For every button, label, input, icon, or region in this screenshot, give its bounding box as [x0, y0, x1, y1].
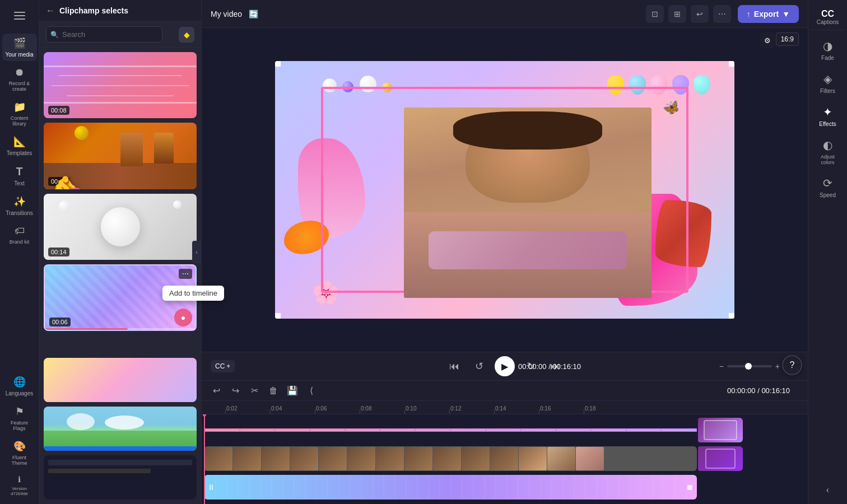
sidebar-item-brand-kit[interactable]: 🏷 Brand kit — [2, 222, 37, 248]
ruler-mark-8: 0:16 — [540, 405, 551, 412]
premium-button[interactable]: ◆ — [179, 27, 194, 43]
track-overlay[interactable] — [204, 428, 697, 432]
hamburger-menu[interactable] — [2, 4, 37, 27]
corner-handle-tl[interactable] — [275, 61, 281, 67]
zoom-slider[interactable] — [727, 365, 772, 367]
sidebar-item-languages[interactable]: 🌐 Languages — [2, 372, 37, 400]
ruler-tick-2 — [270, 409, 271, 414]
rewind-button[interactable]: ↺ — [470, 357, 488, 375]
thumb-add-to-timeline-btn[interactable]: ● — [174, 309, 192, 326]
thumb-more-menu[interactable]: ⋯ — [179, 269, 192, 279]
captions-label: Captions — [817, 19, 839, 25]
timeline-area: ↩ ↪ ✂ 🗑 💾 ⟨ 00:00:00 / 00:16:10 0:02 0:0… — [202, 381, 808, 504]
track-video[interactable] — [204, 446, 697, 471]
media-thumb-5[interactable] — [44, 358, 197, 402]
overlay-segment-2 — [240, 430, 274, 431]
track-audio[interactable]: ⏸ ⏹ — [204, 475, 697, 500]
add-to-timeline-tooltip: Add to timeline — [162, 286, 224, 301]
play-pause-button[interactable]: ▶ — [495, 356, 515, 376]
media-thumb-1[interactable]: 00:08 — [44, 52, 197, 118]
content-library-icon: 📁 — [13, 101, 26, 113]
main-area: My video 🔄 ⊡ ⊞ ↩ ⋯ ↑ Export ▼ — [202, 0, 808, 504]
premium-icon: ◆ — [184, 30, 190, 39]
sidebar-item-record-create[interactable]: ⏺ Record &create — [2, 63, 37, 95]
timeline-back-button[interactable]: ⟨ — [304, 383, 319, 399]
search-input[interactable] — [46, 26, 162, 43]
layout-button[interactable]: ⊞ — [668, 5, 686, 23]
timeline-redo-button[interactable]: ↪ — [227, 383, 243, 399]
corner-handle-tr[interactable] — [729, 61, 734, 67]
right-panel-effects[interactable]: ✦ Effects — [811, 101, 845, 132]
media-thumb-6[interactable] — [44, 407, 197, 451]
export-chevron: ▼ — [782, 10, 790, 18]
sync-icon: 🔄 — [249, 10, 258, 18]
effects-icon: ✦ — [823, 105, 832, 119]
right-panel-adjust-colors[interactable]: ◐ Adjustcolors — [811, 134, 845, 170]
ruler-tick-5 — [404, 409, 405, 414]
track-row-video — [202, 445, 808, 472]
current-time: 00:00:00 — [518, 362, 547, 371]
sidebar-item-content-library[interactable]: 📁 Contentlibrary — [2, 97, 37, 130]
hamburger-line-3 — [14, 18, 25, 20]
aspect-ratio-badge[interactable]: 16:9 — [776, 32, 799, 46]
video-frame-6 — [347, 447, 375, 470]
media-thumb-2[interactable]: 00:14 🫵 1 — [44, 123, 197, 189]
ruler-tick-7 — [494, 409, 495, 414]
export-button[interactable]: ↑ Export ▼ — [738, 5, 799, 23]
speed-label: Speed — [820, 192, 836, 198]
sidebar-item-templates[interactable]: 📐 Templates — [2, 132, 37, 160]
hamburger-line-2 — [14, 15, 25, 16]
media-thumb-3[interactable]: 00:14 — [44, 194, 197, 260]
search-wrap: 🔍 — [46, 26, 174, 43]
overlay-segment-10 — [521, 430, 555, 431]
help-icon: ? — [790, 360, 795, 370]
cc-plus: + — [226, 362, 230, 370]
track-overlay-content[interactable] — [204, 418, 743, 442]
adjust-colors-label: Adjustcolors — [821, 154, 835, 165]
adjust-colors-icon: ◐ — [823, 138, 832, 152]
back-button[interactable]: ← — [46, 6, 55, 16]
skip-to-start-button[interactable]: ⏮ — [445, 357, 463, 375]
track-video-end[interactable] — [698, 446, 743, 471]
track-video-content[interactable] — [204, 446, 743, 471]
timeline-toolbar: ↩ ↪ ✂ 🗑 💾 ⟨ 00:00:00 / 00:16:10 — [202, 381, 808, 401]
video-frame-3 — [262, 447, 290, 470]
captions-button[interactable]: CC + — [211, 360, 235, 372]
track-end-clip[interactable] — [698, 418, 743, 442]
right-panel-filters[interactable]: ◈ Filters — [811, 68, 845, 99]
corner-handle-bl[interactable] — [275, 313, 281, 319]
time-display: 00:00:00 / 00:16:10 — [518, 362, 581, 371]
crop-button[interactable]: ⊡ — [646, 5, 664, 23]
effects-label: Effects — [819, 121, 836, 127]
zoom-thumb — [745, 363, 752, 370]
track-audio-content[interactable]: ⏸ ⏹ — [204, 475, 697, 500]
more-button[interactable]: ⋯ — [713, 5, 731, 23]
timeline-save-button[interactable]: 💾 — [285, 383, 300, 399]
person-frame — [404, 108, 652, 298]
media-thumb-7[interactable] — [44, 455, 197, 500]
search-bar: 🔍 ◆ — [39, 22, 201, 48]
timeline-undo-button[interactable]: ↩ — [208, 383, 224, 399]
sidebar-item-your-media[interactable]: 🎬 Your media — [2, 34, 37, 61]
video-frame-4 — [290, 447, 318, 470]
media-panel: ← Clipchamp selects 🔍 ◆ 00:08 — [39, 0, 202, 504]
right-panel-fade[interactable]: ◑ Fade — [811, 35, 845, 66]
toolbar-icons: ⊡ ⊞ ↩ ⋯ — [646, 5, 731, 23]
timeline-cut-button[interactable]: ✂ — [246, 383, 262, 399]
help-button[interactable]: ? — [782, 355, 802, 375]
preview-settings-button[interactable]: ⚙ — [760, 32, 775, 48]
media-panel-header: ← Clipchamp selects — [39, 0, 201, 22]
sidebar-item-fluent-theme[interactable]: 🎨 FluentTheme — [2, 437, 37, 469]
zoom-in-button[interactable]: + — [775, 362, 780, 371]
sidebar-item-feature-flags[interactable]: ⚑ FeatureFlags — [2, 402, 37, 435]
right-panel-speed[interactable]: ⟳ Speed — [811, 172, 845, 203]
corner-handle-br[interactable] — [729, 313, 734, 319]
timeline-delete-button[interactable]: 🗑 — [266, 383, 281, 399]
zoom-out-button[interactable]: − — [719, 362, 724, 371]
right-panel-expand-button[interactable]: ‹ — [822, 480, 834, 500]
sidebar-item-version[interactable]: ℹ Versiond72b9de — [2, 472, 37, 500]
sidebar-item-transitions[interactable]: ✨ Transitions — [2, 192, 37, 220]
undo-button[interactable]: ↩ — [691, 5, 709, 23]
sidebar-item-text[interactable]: T Text — [2, 162, 37, 190]
panel-collapse-button[interactable]: ‹ — [192, 241, 201, 263]
